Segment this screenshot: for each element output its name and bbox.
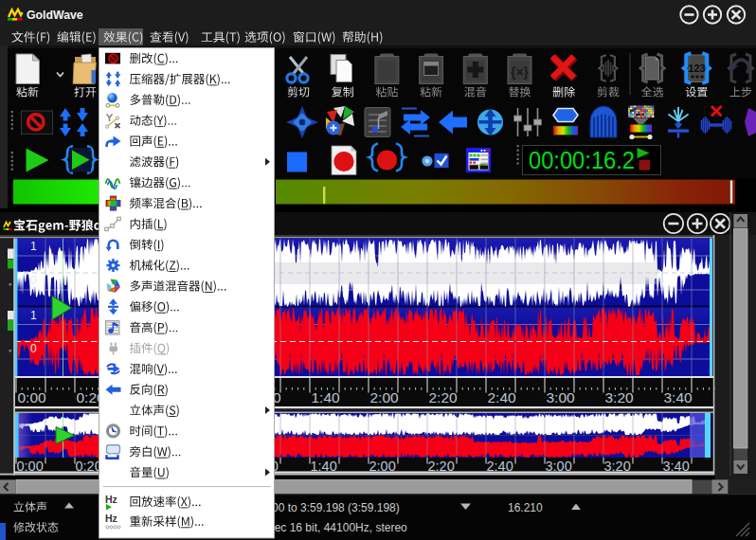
svg-text:0:00: 0:00 [17, 459, 44, 474]
svg-text:1: 1 [30, 240, 37, 253]
svg-text:2:20: 2:20 [428, 459, 455, 474]
svg-text:123: 123 [688, 63, 705, 74]
svg-text:{×}: {×} [511, 64, 530, 80]
svg-text:GoldWave: GoldWave [27, 9, 83, 22]
svg-text:3:20: 3:20 [604, 459, 631, 474]
svg-text:0: 0 [30, 342, 37, 355]
svg-text:1:40: 1:40 [311, 459, 337, 474]
svg-text:16.210: 16.210 [508, 501, 543, 514]
svg-text:2:00: 2:00 [369, 459, 396, 474]
svg-text:00 to 3:59.198 (3:59.198): 00 to 3:59.198 (3:59.198) [272, 501, 400, 514]
svg-text:Hz: Hz [105, 494, 117, 505]
svg-text:3:40: 3:40 [664, 389, 693, 405]
svg-text:2:40: 2:40 [488, 389, 517, 405]
svg-text:3:00: 3:00 [546, 459, 572, 474]
svg-text:Hz: Hz [105, 513, 117, 524]
svg-text:3:40: 3:40 [663, 459, 690, 474]
svg-text:lec 16 bit, 44100Hz, stereo: lec 16 bit, 44100Hz, stereo [272, 521, 407, 534]
svg-text:2:20: 2:20 [429, 389, 459, 405]
svg-text:2:40: 2:40 [487, 459, 513, 474]
svg-text:3:00: 3:00 [547, 389, 576, 405]
svg-text:0:00: 0:00 [18, 389, 47, 405]
svg-text:0:20: 0:20 [76, 459, 102, 474]
svg-text:2:00: 2:00 [370, 389, 400, 405]
svg-text:0: 0 [30, 274, 37, 287]
svg-text:1:40: 1:40 [312, 389, 341, 405]
svg-text:00:00:16.2: 00:00:16.2 [529, 146, 635, 174]
svg-text:1: 1 [30, 309, 37, 322]
svg-text:3:20: 3:20 [605, 389, 635, 405]
